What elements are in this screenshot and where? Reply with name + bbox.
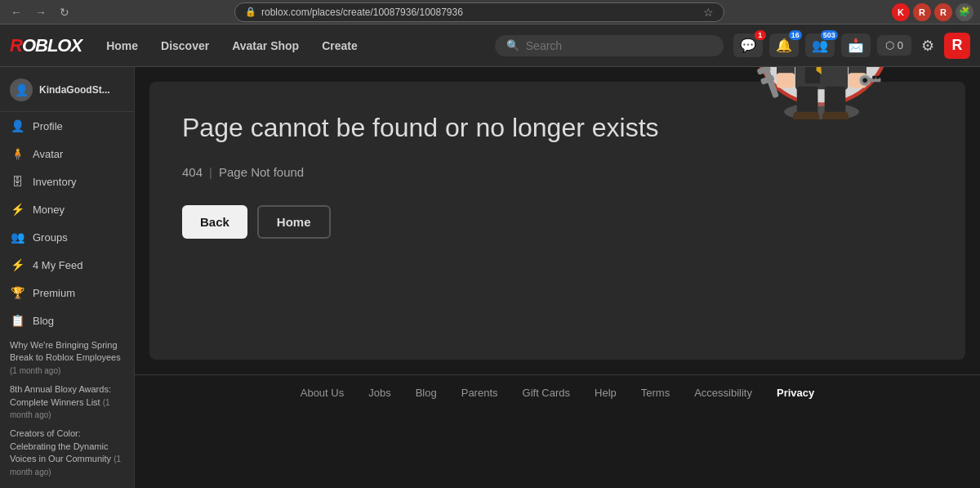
main-content: 👤 KindaGoodSt... 👤 Profile 🧍 Avatar 🗄 In… (0, 67, 980, 488)
error-code: 404 (182, 165, 203, 179)
back-button[interactable]: Back (182, 205, 247, 239)
url-bar[interactable]: 🔒 roblox.com/places/create/10087936/1008… (234, 2, 724, 22)
nav-action-icons: 💬 1 🔔 16 👥 503 📩 ⬡ 0 ⚙ R (733, 33, 970, 59)
forward-button[interactable]: → (31, 4, 51, 20)
nav-create[interactable]: Create (312, 34, 368, 57)
sidebar-label-inventory: Inventory (33, 176, 76, 188)
sidebar-item-profile[interactable]: 👤 Profile (0, 112, 134, 140)
nav-discover[interactable]: Discover (151, 34, 219, 57)
inventory-icon: 🗄 (10, 175, 24, 188)
sidebar-user[interactable]: 👤 KindaGoodSt... (0, 70, 134, 112)
premium-icon: 🏆 (10, 286, 24, 299)
footer-parents[interactable]: Parents (461, 387, 498, 399)
friends-button[interactable]: 👥 503 (805, 34, 835, 57)
svg-rect-9 (777, 73, 795, 87)
footer: About Us Jobs Blog Parents Gift Cards He… (135, 374, 980, 410)
myfeed-icon: ⚡ (10, 258, 24, 271)
nav-home[interactable]: Home (96, 34, 148, 57)
footer-giftcards[interactable]: Gift Cards (523, 387, 571, 399)
robux-button[interactable]: ⬡ 0 (877, 35, 911, 56)
sidebar-item-avatar[interactable]: 🧍 Avatar (0, 140, 134, 168)
blog-post-1[interactable]: Why We're Bringing Spring Break to Roblo… (10, 339, 124, 377)
svg-rect-16 (793, 112, 819, 119)
sidebar-item-premium[interactable]: 🏆 Premium (0, 279, 134, 307)
sidebar-label-premium: Premium (33, 287, 75, 299)
messages-button[interactable]: 📩 (841, 34, 871, 57)
footer-privacy[interactable]: Privacy (777, 387, 814, 399)
sidebar-label-profile: Profile (33, 120, 63, 132)
ext-icon-ext[interactable]: 🧩 (956, 3, 973, 21)
robux-icon: ⬡ (885, 39, 894, 51)
robux-count: 0 (898, 39, 903, 51)
lock-icon: 🔒 (245, 7, 256, 17)
extension-icons: K R R 🧩 (892, 3, 973, 21)
money-icon: ⚡ (10, 203, 24, 216)
sidebar-label-blog: Blog (33, 315, 54, 327)
footer-accessibility[interactable]: Accessibility (694, 387, 752, 399)
svg-rect-29 (876, 76, 880, 79)
profile-icon: 👤 (10, 119, 24, 132)
nav-links: Home Discover Avatar Shop Create (96, 34, 485, 57)
back-button[interactable]: ← (7, 4, 26, 20)
chat-badge: 1 (755, 30, 766, 40)
friends-badge: 503 (821, 30, 838, 40)
svg-rect-17 (822, 112, 849, 119)
bookmark-icon[interactable]: ☆ (703, 6, 714, 19)
search-bar[interactable]: 🔍 (495, 35, 724, 56)
settings-button[interactable]: ⚙ (918, 34, 938, 58)
footer-blog[interactable]: Blog (416, 387, 437, 399)
url-text: roblox.com/places/create/10087936/100879… (261, 7, 463, 18)
sidebar-label-money: Money (33, 204, 65, 216)
ext-icon-rb[interactable]: R (934, 3, 952, 21)
sidebar-label-groups: Groups (33, 231, 68, 244)
error-card: Page cannot be found or no longer exists… (149, 82, 965, 360)
search-icon: 🔍 (506, 39, 519, 51)
error-divider: | (209, 165, 212, 179)
error-title: Page cannot be found or no longer exists (182, 111, 691, 146)
footer-help[interactable]: Help (595, 387, 617, 399)
user-avatar-button[interactable]: R (944, 33, 970, 59)
sidebar-item-blog[interactable]: 📋 Blog (0, 307, 134, 334)
page-content: Page cannot be found or no longer exists… (135, 67, 980, 488)
svg-point-26 (862, 78, 867, 83)
sidebar-item-groups[interactable]: 👥 Groups (0, 223, 134, 251)
svg-rect-3 (795, 67, 848, 89)
sidebar: 👤 KindaGoodSt... 👤 Profile 🧍 Avatar 🗄 In… (0, 67, 135, 488)
username-label: KindaGoodSt... (39, 84, 110, 96)
notif-badge: 16 (789, 30, 802, 40)
browser-bar: ← → ↻ 🔒 roblox.com/places/create/1008793… (0, 0, 980, 25)
ext-icon-r[interactable]: R (913, 3, 931, 21)
ext-icon-k[interactable]: K (892, 3, 910, 21)
sidebar-label-avatar: Avatar (33, 148, 63, 160)
chat-button[interactable]: 💬 1 (733, 34, 763, 57)
blog-post-2-title: 8th Annual Bloxy Awards: Complete Winner… (10, 384, 111, 406)
footer-terms[interactable]: Terms (641, 387, 670, 399)
svg-rect-28 (872, 76, 875, 79)
notifications-button[interactable]: 🔔 16 (769, 34, 799, 57)
search-input[interactable] (526, 39, 712, 52)
refresh-button[interactable]: ↻ (56, 4, 74, 20)
error-buttons: Back Home (182, 205, 691, 239)
blog-icon: 📋 (10, 314, 24, 327)
sidebar-label-myfeed: 4 My Feed (33, 259, 82, 271)
logo-text: ROBLOX (10, 35, 82, 56)
footer-about[interactable]: About Us (301, 387, 344, 399)
logo[interactable]: ROBLOX (10, 35, 82, 56)
error-subtitle: 404 | Page Not found (182, 165, 691, 179)
sidebar-item-inventory[interactable]: 🗄 Inventory (0, 168, 134, 195)
groups-icon: 👥 (10, 231, 24, 244)
avatar: 👤 (10, 78, 33, 101)
home-button[interactable]: Home (257, 205, 331, 239)
blog-post-2[interactable]: 8th Annual Bloxy Awards: Complete Winner… (10, 383, 124, 421)
footer-jobs[interactable]: Jobs (368, 387, 390, 399)
nav-avatar-shop[interactable]: Avatar Shop (222, 34, 309, 57)
sidebar-item-myfeed[interactable]: ⚡ 4 My Feed (0, 251, 134, 279)
avatar-icon: 🧍 (10, 147, 24, 160)
top-navigation: ROBLOX Home Discover Avatar Shop Create … (0, 25, 980, 67)
error-message: Page Not found (219, 165, 304, 179)
blog-post-3[interactable]: Creators of Color: Celebrating the Dynam… (10, 428, 124, 478)
sidebar-item-money[interactable]: ⚡ Money (0, 195, 134, 223)
error-text-area: Page cannot be found or no longer exists… (182, 111, 691, 239)
blog-post-3-title: Creators of Color: Celebrating the Dynam… (10, 428, 111, 463)
character-svg: ? (748, 67, 895, 119)
